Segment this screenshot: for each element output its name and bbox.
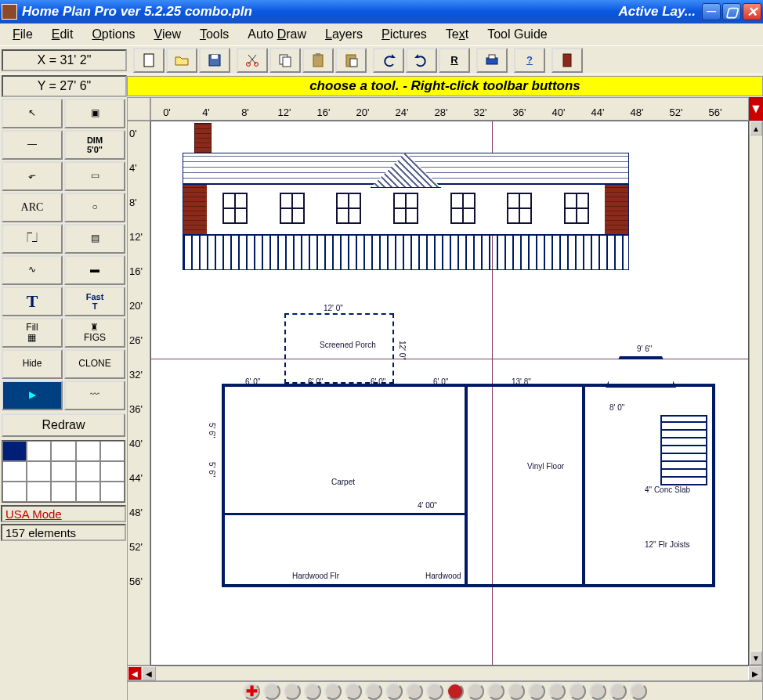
tool-circle[interactable]: ○: [64, 193, 125, 222]
maximize-button[interactable]: ▢: [722, 3, 741, 20]
color-swatch[interactable]: [76, 461, 100, 482]
layer-chip[interactable]: [508, 683, 525, 700]
open-button[interactable]: [166, 48, 197, 73]
repeat-button[interactable]: R: [439, 48, 470, 73]
tool-marquee[interactable]: ▣: [64, 99, 125, 128]
tool-figs[interactable]: ♜ FIGS: [64, 318, 125, 348]
h-ruler-tick: 4': [202, 106, 210, 118]
v-ruler-tick: 44': [129, 472, 143, 484]
paste-special-button[interactable]: [335, 48, 367, 73]
ruler-right-arrow[interactable]: ▼: [749, 97, 763, 121]
tool-screen[interactable]: ▶: [2, 381, 63, 410]
scroll-up-arrow[interactable]: ▲: [750, 121, 762, 135]
scroll-down-arrow[interactable]: ▼: [750, 651, 762, 665]
tool-arc[interactable]: ARC: [2, 193, 63, 222]
menu-text[interactable]: Text: [436, 26, 478, 43]
layer-chip[interactable]: [467, 683, 484, 700]
horizontal-scrollbar[interactable]: ◀ ◀ ▶: [127, 666, 763, 681]
redraw-button[interactable]: Redraw: [2, 413, 125, 437]
layer-chip[interactable]: [609, 683, 627, 700]
color-swatch[interactable]: [2, 482, 27, 502]
layer-chip[interactable]: [385, 683, 403, 700]
layer-chip[interactable]: [263, 683, 280, 700]
menu-toolguide[interactable]: Tool Guide: [478, 26, 557, 43]
h-ruler-tick: 8': [241, 106, 249, 118]
mode-label[interactable]: USA Mode: [1, 505, 126, 522]
color-swatch[interactable]: [2, 461, 27, 482]
add-layer-button[interactable]: ✚: [243, 683, 260, 700]
scroll-left-red[interactable]: ◀: [128, 666, 142, 680]
color-swatch[interactable]: [76, 441, 100, 461]
layer-chip[interactable]: [406, 683, 423, 700]
color-swatch[interactable]: [100, 461, 125, 482]
tool-freehand[interactable]: 〰: [64, 381, 125, 410]
drawing-canvas[interactable]: Screened Porch 12' 0" 12' 0" 6' 0" 6' 0"…: [150, 121, 749, 666]
close-button[interactable]: ✕: [743, 3, 761, 20]
color-swatch-selected[interactable]: [2, 441, 27, 461]
layer-chip-active[interactable]: [447, 683, 464, 700]
new-button[interactable]: [133, 48, 165, 73]
tool-fill[interactable]: Fill ▦: [2, 318, 63, 348]
vertical-scrollbar[interactable]: ▲ ▼: [749, 121, 763, 666]
menu-layers[interactable]: Layers: [316, 26, 372, 43]
help-button[interactable]: ?: [514, 48, 545, 73]
scroll-left-arrow[interactable]: ◀: [142, 666, 156, 680]
menu-file[interactable]: File: [3, 26, 42, 43]
scroll-right-arrow[interactable]: ▶: [748, 666, 762, 680]
layer-chip[interactable]: [630, 683, 647, 700]
color-swatch[interactable]: [51, 441, 75, 461]
layer-chip[interactable]: [284, 683, 301, 700]
menu-autodraw[interactable]: Auto Draw: [238, 26, 316, 43]
tool-fast-text[interactable]: Fast T: [64, 287, 125, 316]
layer-chip[interactable]: [569, 683, 586, 700]
print-button[interactable]: [476, 48, 508, 73]
redo-button[interactable]: [406, 48, 437, 73]
layer-chip[interactable]: [487, 683, 504, 700]
color-swatch[interactable]: [76, 482, 100, 502]
cut-button[interactable]: [237, 48, 268, 73]
undo-button[interactable]: [373, 48, 404, 73]
menu-tools[interactable]: Tools: [190, 26, 238, 43]
layer-chips-row: ✚: [127, 681, 763, 700]
layer-chip[interactable]: [589, 683, 606, 700]
layer-chip[interactable]: [548, 683, 566, 700]
menu-pictures[interactable]: Pictures: [372, 26, 436, 43]
color-swatch[interactable]: [27, 441, 51, 461]
tool-polyline[interactable]: ⬐: [2, 161, 63, 191]
color-swatch[interactable]: [51, 461, 75, 482]
layer-chip[interactable]: [304, 683, 321, 700]
tool-rectangle[interactable]: ▭: [64, 161, 125, 191]
copy-button[interactable]: [269, 48, 301, 73]
tool-clone[interactable]: CLONE: [64, 349, 125, 379]
layer-chip[interactable]: [345, 683, 362, 700]
menu-edit[interactable]: Edit: [42, 26, 83, 43]
minimize-button[interactable]: ─: [702, 3, 721, 20]
menu-view[interactable]: View: [145, 26, 190, 43]
color-swatch[interactable]: [27, 461, 51, 482]
tool-door[interactable]: ⎾⏌: [2, 224, 63, 254]
tool-line[interactable]: —: [2, 130, 63, 160]
color-swatch[interactable]: [100, 441, 125, 461]
tool-dimension[interactable]: DIM 5'0": [64, 130, 125, 160]
menu-options[interactable]: Options: [82, 26, 144, 43]
save-button[interactable]: [199, 48, 230, 73]
layer-chip[interactable]: [426, 683, 443, 700]
color-swatch[interactable]: [27, 482, 51, 502]
layer-chip[interactable]: [528, 683, 545, 700]
color-palette[interactable]: [2, 440, 125, 503]
save-icon: [207, 52, 222, 68]
tool-hide[interactable]: Hide: [2, 349, 63, 379]
tool-curve[interactable]: ∿: [2, 255, 63, 285]
tool-text[interactable]: T: [2, 287, 63, 316]
exit-door-button[interactable]: [551, 48, 583, 73]
paste-button[interactable]: [302, 48, 334, 73]
color-swatch[interactable]: [100, 482, 125, 502]
tool-pointer[interactable]: ↖: [2, 99, 63, 128]
tool-window-tool[interactable]: ▤: [64, 224, 125, 254]
undo-icon: [381, 52, 396, 68]
color-swatch[interactable]: [51, 482, 75, 502]
layer-chip[interactable]: [324, 683, 342, 700]
coord-x-readout: X = 31' 2": [2, 49, 127, 71]
tool-thick-line[interactable]: ▬: [64, 255, 125, 285]
layer-chip[interactable]: [365, 683, 382, 700]
